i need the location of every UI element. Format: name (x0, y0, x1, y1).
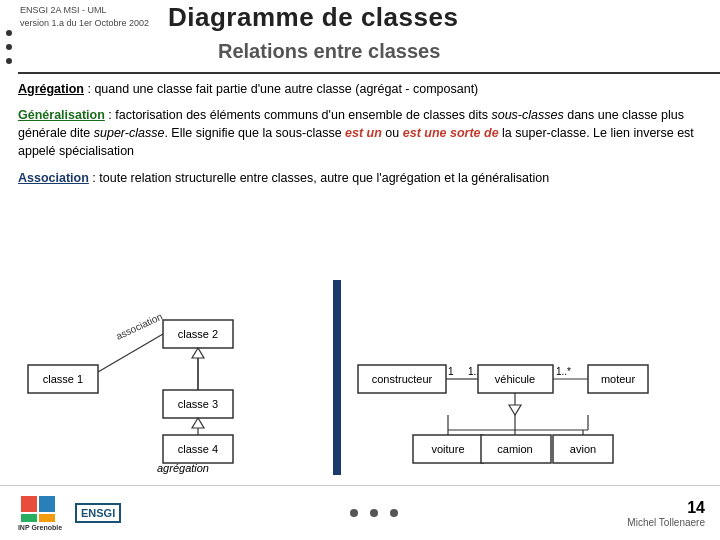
header-divider (18, 72, 720, 74)
footer-logos: INP Grenoble ENSGI (15, 496, 121, 531)
gen-italic1: sous-classes (491, 108, 563, 122)
gen-text3: . Elle signifie que la sous-classe (164, 126, 345, 140)
svg-text:voiture: voiture (431, 443, 464, 455)
svg-text:camion: camion (497, 443, 532, 455)
sub-title: Relations entre classes (218, 40, 440, 63)
assoc-text: : toute relation structurelle entre clas… (89, 171, 549, 185)
sidebar-dot-3 (6, 58, 12, 64)
gen-italic2: super-classe (94, 126, 165, 140)
main-title: Diagramme de classes (168, 2, 458, 33)
footer-dot-1 (350, 509, 358, 517)
agr-text: : quand une classe fait partie d'une aut… (84, 82, 478, 96)
left-sidebar (0, 0, 18, 540)
svg-text:constructeur: constructeur (372, 373, 433, 385)
sidebar-dot-2 (6, 44, 12, 50)
footer-author: Michel Tollenaere (627, 517, 705, 528)
inp-logo-graphic (21, 496, 59, 524)
svg-text:1: 1 (448, 366, 454, 377)
agr-block: Agrégation : quand une classe fait parti… (18, 80, 710, 98)
diagram-svg: classe 1 classe 2 classe 3 classe 4 asso… (18, 280, 718, 475)
footer-dot-2 (370, 509, 378, 517)
gen-block: Généralisation : factorisation des éléme… (18, 106, 710, 160)
svg-text:classe 1: classe 1 (43, 373, 83, 385)
footer-dot-3 (390, 509, 398, 517)
footer-dots (350, 509, 398, 517)
meta-line2: version 1.a du 1er Octobre 2002 (20, 17, 149, 30)
svg-text:1..*: 1..* (556, 366, 571, 377)
svg-text:moteur: moteur (601, 373, 636, 385)
footer-right: 14 Michel Tollenaere (627, 499, 705, 528)
gen-bold2: est une sorte de (403, 126, 499, 140)
svg-marker-29 (509, 405, 521, 415)
top-meta: ENSGI 2A MSI - UML version 1.a du 1er Oc… (20, 4, 149, 29)
inp-label: INP Grenoble (18, 524, 62, 531)
meta-line1: ENSGI 2A MSI - UML (20, 4, 149, 17)
agr-label: Agrégation (18, 82, 84, 96)
svg-marker-15 (192, 418, 204, 428)
gen-label: Généralisation (18, 108, 105, 122)
assoc-label: Association (18, 171, 89, 185)
svg-text:véhicule: véhicule (495, 373, 535, 385)
blue-bar (333, 280, 341, 475)
svg-text:classe 4: classe 4 (178, 443, 218, 455)
sidebar-dots (6, 30, 12, 64)
svg-text:agrégation: agrégation (157, 462, 209, 474)
assoc-block: Association : toute relation structurell… (18, 169, 710, 187)
svg-marker-13 (192, 348, 204, 358)
gen-bold1: est un (345, 126, 382, 140)
svg-line-8 (98, 334, 163, 372)
ensgi-logo: ENSGI (75, 503, 121, 523)
gen-text4: ou (382, 126, 403, 140)
header-area: ENSGI 2A MSI - UML version 1.a du 1er Oc… (18, 0, 720, 75)
inp-logo: INP Grenoble (15, 496, 65, 531)
sidebar-dot-1 (6, 30, 12, 36)
svg-text:classe 3: classe 3 (178, 398, 218, 410)
svg-text:classe 2: classe 2 (178, 328, 218, 340)
gen-text1: : factorisation des éléments communs d'u… (105, 108, 492, 122)
footer: INP Grenoble ENSGI 14 Michel Tollenaere (0, 485, 720, 540)
page-number: 14 (687, 499, 705, 517)
svg-text:avion: avion (570, 443, 596, 455)
